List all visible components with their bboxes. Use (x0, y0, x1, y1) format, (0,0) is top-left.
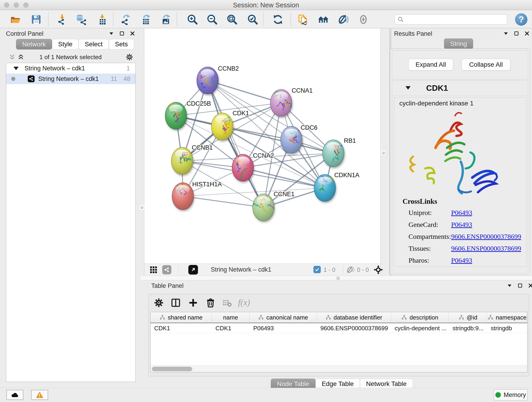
node-CCNB2[interactable] (197, 67, 219, 94)
crosslinks-title: CrossLinks (403, 197, 437, 206)
close-table-button[interactable] (528, 283, 532, 288)
column-header[interactable]: @id (449, 312, 487, 323)
node-label: RB1 (344, 137, 356, 144)
show-grid-icon[interactable] (149, 266, 158, 274)
refresh-button[interactable] (271, 13, 285, 26)
string-home-button[interactable] (316, 13, 331, 26)
fit-content-icon[interactable] (374, 265, 383, 274)
table-gear-icon[interactable] (154, 298, 164, 308)
node-CDC6[interactable] (281, 126, 302, 153)
node-CDC25B[interactable] (165, 101, 187, 129)
open-button[interactable] (8, 13, 23, 26)
gene-header-row[interactable]: CDK1 (392, 81, 528, 96)
node-CCNB1[interactable] (171, 147, 193, 174)
search-field[interactable] (406, 16, 504, 23)
zoom-fit-button[interactable] (225, 13, 239, 26)
tab-network[interactable]: Network (16, 39, 52, 50)
node-CDK1[interactable] (211, 113, 233, 140)
node-label: CCNB1 (192, 144, 213, 151)
crosslink-link[interactable]: 9606.ENSP00000378699 (451, 245, 521, 252)
table-cell: cyclin-dependent ... (391, 323, 449, 333)
tab-string[interactable]: String (444, 38, 473, 49)
column-header[interactable]: name (212, 312, 249, 323)
show-panel-icon (358, 14, 369, 25)
table-box: f(x) shared namenamecanonical namedataba… (148, 294, 529, 376)
string-import-button[interactable] (296, 13, 310, 26)
table-row[interactable]: CDK1CDK1P064939606.ENSP00000378699cyclin… (151, 323, 527, 333)
node-RB1[interactable] (323, 138, 344, 167)
add-column-icon[interactable] (188, 298, 198, 308)
column-header[interactable]: database identifier (317, 312, 391, 323)
network-overview-icon[interactable] (162, 265, 171, 274)
memory-label: Memory (504, 391, 526, 399)
zoom-out-button[interactable] (205, 13, 220, 26)
splitter-handle-dot[interactable] (336, 276, 340, 280)
node-HIST1H1A[interactable] (172, 182, 194, 210)
edge[interactable] (208, 80, 264, 207)
node-table[interactable]: shared namenamecanonical namedatabase id… (150, 312, 527, 372)
gene-collapse-triangle-icon[interactable] (405, 86, 411, 89)
search-input[interactable] (394, 14, 507, 25)
zoom-selected-button[interactable] (245, 13, 260, 26)
application-window: Session: New Session ? Control Panel Net… (0, 0, 532, 402)
crosslink-link[interactable]: 9606.ENSP00000378699 (451, 233, 521, 240)
expand-all-button[interactable]: Expand All (408, 59, 453, 70)
tab-sets[interactable]: Sets (109, 39, 134, 50)
warnings-button[interactable] (31, 390, 48, 400)
external-view-icon[interactable] (188, 265, 198, 274)
network-graph[interactable]: CCNB2 CCNA1 CDC25B CDK1 CDC6 RB1 (144, 28, 381, 263)
show-columns-icon[interactable] (171, 298, 181, 308)
maximize-results-button[interactable] (514, 31, 519, 36)
crosslink-link[interactable]: P06493 (451, 256, 472, 264)
show-panel-button[interactable] (356, 13, 371, 26)
delete-column-icon[interactable] (206, 298, 215, 308)
network-row-selected[interactable]: String Network – cdk1 11 48 (6, 74, 135, 84)
import-database-button[interactable] (74, 13, 89, 26)
edge[interactable] (208, 80, 281, 103)
column-header[interactable]: shared name (151, 312, 212, 323)
node-CCNA1[interactable] (270, 89, 293, 116)
column-header[interactable]: description (391, 312, 449, 323)
import-network-button[interactable] (55, 13, 70, 26)
save-button[interactable] (29, 13, 44, 26)
node-CCNA2[interactable] (232, 154, 254, 181)
left-splitter-handle[interactable] (139, 205, 144, 210)
selected-nodes-checkbox[interactable] (313, 266, 321, 273)
table-horizontal-scrollbar[interactable] (151, 365, 527, 372)
edge[interactable] (183, 196, 264, 207)
collapse-all-button[interactable]: Collapse All (462, 59, 510, 70)
column-header[interactable]: canonical name (249, 312, 317, 323)
crosslink-link[interactable]: P06493 (451, 209, 472, 217)
tab-style[interactable]: Style (52, 39, 79, 50)
cloud-button[interactable] (6, 390, 23, 400)
import-table-button[interactable] (95, 13, 109, 26)
scrollbar-thumb[interactable] (152, 367, 192, 371)
table-cell: P06493 (249, 323, 317, 333)
maximize-table-button[interactable] (517, 283, 523, 288)
close-results-button[interactable] (524, 31, 530, 36)
crosslink-label: Compartments: (409, 233, 451, 240)
float-results-button[interactable] (503, 31, 509, 36)
right-splitter-handle[interactable] (381, 150, 386, 156)
column-header[interactable]: namespace (487, 312, 527, 323)
gene-details: cyclin-dependent kinase 1 (394, 97, 526, 267)
shared-column-icon (458, 314, 464, 320)
maximize-panel-button[interactable] (119, 31, 125, 36)
crosslink-link[interactable]: P06493 (451, 221, 472, 229)
export-network-button[interactable] (119, 13, 133, 26)
export-table-button[interactable] (139, 13, 153, 26)
float-table-button[interactable] (507, 283, 512, 288)
network-collection-row[interactable]: String Network – cdk1 1 (6, 63, 135, 74)
help-button[interactable]: ? (515, 13, 527, 26)
tab-select[interactable]: Select (79, 39, 109, 50)
zoom-in-button[interactable] (185, 13, 200, 26)
edge-count: 48 (123, 75, 130, 83)
collapse-triangle-icon[interactable] (13, 67, 19, 70)
memory-button[interactable]: Memory (494, 389, 527, 400)
gear-icon[interactable] (126, 53, 133, 61)
hide-panel-button[interactable] (336, 13, 351, 26)
float-panel-button[interactable] (109, 31, 114, 36)
network-canvas[interactable]: CCNB2 CCNA1 CDC25B CDK1 CDC6 RB1 (144, 28, 380, 275)
export-image-button[interactable] (158, 13, 173, 26)
close-panel-button[interactable] (130, 31, 135, 36)
